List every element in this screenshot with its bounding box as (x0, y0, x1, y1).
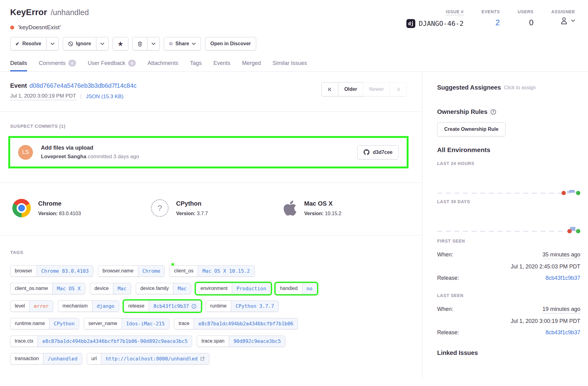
commit-sha: d3d7cee (373, 150, 393, 155)
tag-pill-transaction: transaction /unhandled (10, 353, 82, 364)
first-seen-release-link[interactable]: 8cb43f1c9b37 (546, 275, 580, 281)
tag-value[interactable]: CPython (49, 318, 79, 329)
assignee-dropdown[interactable] (559, 16, 575, 25)
last-seen-release-link[interactable]: 8cb43f1c9b37 (546, 329, 580, 336)
tag-pill-client-os-name: client_os.name Mac OS X (10, 283, 85, 294)
resolve-button[interactable]: ✔ Resolve (10, 37, 46, 50)
tag-pill-browser-name: browser.name Chrome (98, 265, 165, 277)
question-circle-icon[interactable]: ? (490, 109, 496, 115)
last-30-days-sparkline[interactable] (437, 204, 580, 234)
tag-value[interactable]: Mac (173, 283, 191, 294)
stat-assignee: ASSIGNEE (551, 9, 575, 25)
context-version: 83.0.4103 (59, 211, 81, 216)
last-seen-marker-icon (576, 229, 580, 233)
apple-icon (283, 199, 297, 217)
create-ownership-rule-button[interactable]: Create Ownership Rule (437, 122, 505, 136)
tag-pill-client-os: client_os Mac OS X 10.15.2 (169, 265, 254, 277)
chevron-down-icon (151, 42, 155, 45)
tag-value[interactable]: Mac OS X 10.15.2 (198, 266, 254, 276)
last-24-hours-label: LAST 24 HOURS (437, 161, 580, 166)
share-button[interactable]: Share (164, 37, 201, 50)
context-name: CPython (176, 200, 208, 207)
commit-title: Add files via upload (41, 145, 139, 151)
first-seen-absolute: Jul 1, 2020 2:45:03 PM PDT (437, 263, 580, 270)
tag-value[interactable]: Chrome (138, 266, 165, 276)
svg-text:?: ? (493, 110, 494, 114)
newer-event-button: Newer (363, 82, 390, 96)
stat-users: USERS 0 (518, 9, 534, 27)
tag-key: server_name (84, 318, 121, 329)
tag-pill-level: level error (10, 300, 53, 312)
oldest-event-button[interactable] (321, 82, 338, 96)
tab-details[interactable]: Details (10, 60, 27, 71)
events-label: EVENTS (481, 9, 500, 14)
tag-pill-trace-span: trace.span 90d892c9eace3bc5 (197, 336, 285, 347)
tag-value[interactable]: e8c87ba1dc494bb2a4346bcfbf7b1b06-90d892c… (38, 336, 192, 347)
info-icon[interactable] (191, 304, 196, 309)
first-seen-marker-icon (562, 191, 566, 195)
tag-value[interactable]: 8cb43f1c9b37 (149, 301, 201, 312)
skip-to-latest-button (390, 82, 407, 96)
tag-value[interactable]: Idos-iMac-215 (122, 318, 169, 329)
click-to-assign-hint[interactable]: Click to assign (504, 85, 536, 90)
ignore-dropdown-button[interactable] (96, 37, 109, 50)
tag-pill-runtime: runtime CPython 3.7.7 (206, 300, 279, 312)
open-in-discover-button[interactable]: Open in Discover (205, 37, 256, 50)
tag-value[interactable]: /unhandled (43, 353, 82, 364)
older-event-button[interactable]: Older (338, 82, 363, 96)
tag-value[interactable]: Mac OS X (52, 283, 85, 294)
event-bar (569, 190, 575, 193)
tab-merged[interactable]: Merged (242, 60, 261, 71)
stat-issue-number: ISSUE # dj DJANGO-46-2 (406, 9, 464, 28)
tag-value[interactable]: django (92, 301, 119, 312)
tag-value[interactable]: Production (232, 283, 270, 294)
tab-tags[interactable]: Tags (190, 60, 202, 71)
tag-pill-browser: browser Chrome 83.0.4103 (10, 265, 93, 277)
tag-value[interactable]: CPython 3.7.7 (231, 301, 278, 312)
event-json-link[interactable]: JSON (15.3 KB) (86, 94, 123, 100)
tag-key: device (90, 283, 113, 294)
context-version: 3.7.7 (197, 211, 208, 216)
tag-value[interactable]: e8c87ba1dc494bb2a4346bcfbf7b1b06 (194, 318, 297, 329)
resolve-dropdown-button[interactable] (46, 37, 59, 50)
tag-value[interactable]: Chrome 83.0.4103 (37, 266, 93, 276)
suggested-assignees-heading: Suggested Assignees Click to assign (437, 84, 580, 91)
users-count[interactable]: 0 (529, 18, 533, 27)
ban-icon (68, 41, 73, 46)
trash-icon (138, 41, 142, 46)
tag-value[interactable]: http://localhost:8000/unhandled (101, 353, 209, 364)
linked-issues-heading: Linked Issues (437, 349, 580, 356)
stat-events: EVENTS 2 (481, 9, 500, 27)
tab-comments[interactable]: Comments0 (39, 60, 76, 71)
github-icon (364, 149, 369, 155)
tab-user-feedback[interactable]: User Feedback0 (88, 60, 136, 71)
first-seen-heading: FIRST SEEN (437, 239, 580, 243)
last-24-hours-sparkline[interactable] (437, 166, 580, 195)
tag-pill-trace-ctx: trace.ctx e8c87ba1dc494bb2a4346bcfbf7b1b… (10, 336, 192, 347)
tag-pill-environment: environment Production (196, 283, 271, 294)
tab-attachments[interactable]: Attachments (147, 60, 178, 71)
commit-sha-button[interactable]: d3d7cee (357, 145, 399, 159)
ignore-button[interactable]: Ignore (63, 37, 96, 50)
delete-dropdown-button[interactable] (147, 37, 160, 50)
tag-value[interactable]: error (29, 301, 53, 312)
tag-value[interactable]: no (302, 283, 317, 294)
bookmark-button[interactable]: ★ (113, 37, 128, 50)
issue-culprit: 'keyDoesntExist' (18, 24, 61, 31)
context-name: Chrome (38, 200, 81, 207)
delete-button[interactable] (132, 37, 147, 50)
tag-pill-device: device Mac (90, 283, 131, 294)
event-id-link[interactable]: d08d7667e4a5476eb3b3db6d7f14c84c (29, 82, 136, 89)
external-link-icon[interactable] (200, 356, 205, 361)
tag-pill-handled: handled no (276, 283, 317, 294)
tag-value[interactable]: 90d892c9eace3bc5 (229, 336, 285, 347)
comments-count-badge: 0 (68, 60, 76, 66)
suspect-commit-row: LS Add files via upload Lovepreet Sangha… (8, 136, 409, 168)
tag-value[interactable]: Mac (113, 283, 131, 294)
events-count[interactable]: 2 (495, 18, 500, 27)
last-seen-relative: 19 minutes ago (542, 306, 580, 314)
tag-key: runtime.name (10, 318, 49, 329)
tab-similar-issues[interactable]: Similar Issues (272, 60, 307, 71)
tab-events[interactable]: Events (213, 60, 230, 71)
tag-key: handled (276, 283, 302, 294)
